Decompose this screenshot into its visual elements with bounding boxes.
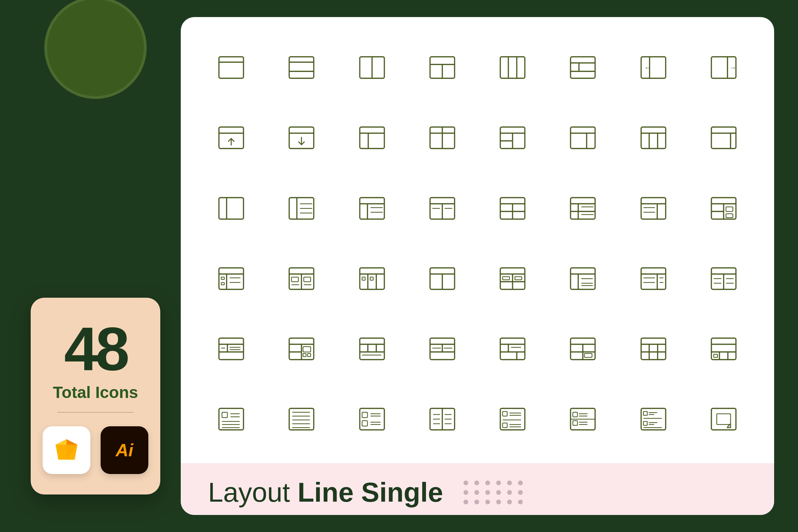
layout-icon-45: [483, 389, 543, 449]
svg-rect-105: [360, 268, 384, 289]
layout-icon-46: [553, 389, 613, 449]
layout-icon-47: [623, 389, 683, 449]
svg-rect-153: [308, 354, 311, 357]
layout-icon-31: [623, 249, 683, 309]
sketch-icon: [43, 426, 90, 474]
svg-rect-188: [714, 354, 718, 357]
layout-icon-41: [201, 389, 261, 449]
svg-rect-140: [219, 338, 243, 360]
svg-rect-242: [711, 409, 736, 430]
layout-icon-25: [201, 249, 261, 309]
layout-icon-43: [342, 389, 402, 449]
layout-icon-35: [342, 319, 402, 379]
layout-icon-2: [271, 38, 331, 98]
circle-decoration: [44, 0, 147, 99]
layout-icon-30: [553, 249, 613, 309]
layout-icon-28: [412, 249, 472, 309]
svg-rect-50: [711, 127, 736, 149]
dots-decoration: [463, 481, 524, 504]
layout-icon-14: [553, 108, 613, 168]
left-panel: 48 Total Icons Ai: [24, 17, 167, 515]
layout-icon-13: [483, 108, 543, 168]
svg-rect-89: [726, 207, 733, 211]
svg-rect-43: [571, 127, 595, 149]
layout-icon-29: [483, 249, 543, 309]
layout-icon-32: [694, 249, 754, 309]
svg-rect-4: [219, 57, 243, 78]
dot: [518, 500, 523, 504]
svg-rect-94: [221, 277, 224, 279]
layout-icon-5: [483, 38, 543, 98]
dot: [474, 481, 479, 485]
layout-icon-42: [271, 389, 331, 449]
dot: [463, 481, 468, 485]
illustrator-icon: Ai: [101, 426, 148, 474]
layout-icon-6: [553, 38, 613, 98]
app-icons: Ai: [43, 426, 148, 474]
svg-rect-154: [360, 338, 384, 360]
layout-icon-37: [483, 319, 543, 379]
svg-rect-234: [643, 412, 647, 415]
svg-rect-46: [641, 127, 666, 149]
svg-rect-14: [500, 57, 525, 78]
icons-grid: ← →: [201, 38, 754, 449]
dot: [518, 481, 523, 485]
layout-icon-48: [694, 389, 754, 449]
pack-title-light: Layout: [208, 477, 297, 507]
layout-icon-11: [342, 108, 402, 168]
layout-icon-26: [271, 249, 331, 309]
svg-rect-91: [219, 268, 243, 289]
layout-icon-15: [623, 108, 683, 168]
svg-rect-110: [370, 277, 373, 280]
svg-rect-119: [515, 277, 522, 280]
layout-icon-21: [483, 178, 543, 238]
dot: [485, 500, 490, 504]
svg-rect-152: [303, 354, 306, 357]
svg-rect-189: [219, 409, 243, 430]
right-panel: ← →: [181, 17, 774, 515]
layout-icon-3: [342, 38, 402, 98]
svg-rect-126: [641, 268, 666, 289]
svg-rect-202: [360, 409, 384, 430]
svg-rect-226: [573, 412, 578, 417]
svg-rect-80: [641, 197, 666, 219]
svg-rect-17: [571, 57, 595, 78]
ai-label: Ai: [116, 440, 133, 460]
pack-title-bold: Line Single: [297, 477, 443, 507]
layout-icon-33: [201, 319, 261, 379]
svg-rect-33: [360, 127, 384, 149]
svg-rect-183: [711, 338, 736, 360]
dot: [507, 490, 512, 495]
layout-icon-40: [694, 319, 754, 379]
icons-grid-area: ← →: [181, 17, 774, 463]
svg-rect-222: [503, 423, 507, 428]
svg-rect-238: [643, 422, 647, 425]
dot: [485, 481, 490, 485]
svg-rect-60: [360, 197, 384, 219]
svg-rect-95: [221, 282, 224, 285]
dot: [463, 490, 468, 495]
svg-rect-196: [289, 409, 314, 430]
layout-icon-17: [201, 178, 261, 238]
dot: [463, 500, 468, 504]
layout-icon-22: [553, 178, 613, 238]
svg-rect-53: [219, 197, 243, 219]
layout-icon-9: [201, 108, 261, 168]
svg-rect-190: [222, 412, 227, 418]
svg-rect-243: [717, 414, 731, 425]
dot: [507, 481, 512, 485]
dot: [474, 500, 479, 504]
layout-icon-10: [271, 108, 331, 168]
svg-rect-204: [362, 421, 367, 426]
layout-icon-39: [623, 319, 683, 379]
svg-rect-203: [362, 412, 367, 418]
svg-rect-74: [571, 197, 595, 219]
layout-icon-19: [342, 178, 402, 238]
svg-rect-229: [573, 421, 578, 426]
dot: [474, 490, 479, 495]
layout-icon-27: [342, 249, 402, 309]
svg-rect-178: [641, 338, 666, 360]
total-label: Total Icons: [53, 383, 138, 402]
layout-icon-23: [623, 178, 683, 238]
svg-rect-101: [292, 277, 298, 282]
